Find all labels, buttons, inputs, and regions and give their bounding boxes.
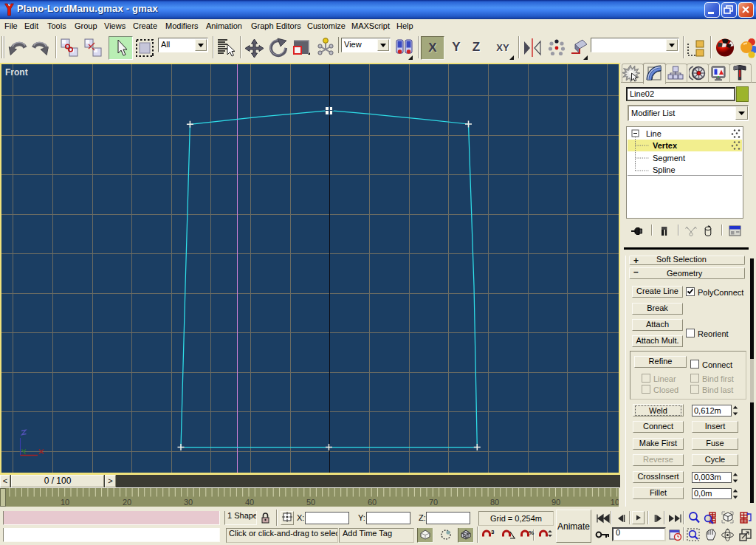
svg-text:50: 50 <box>306 498 315 507</box>
svg-text:90: 90 <box>551 498 560 507</box>
svg-text:70: 70 <box>429 498 438 507</box>
svg-text:3: 3 <box>491 529 495 535</box>
svg-text:20: 20 <box>123 498 131 507</box>
svg-text:40: 40 <box>245 498 254 507</box>
svg-text:10: 10 <box>61 498 69 507</box>
svg-text:60: 60 <box>368 498 377 507</box>
svg-text:80: 80 <box>490 498 499 507</box>
svg-text:30: 30 <box>184 498 193 507</box>
svg-text:%: % <box>529 529 534 536</box>
svg-text:100: 100 <box>611 498 619 507</box>
